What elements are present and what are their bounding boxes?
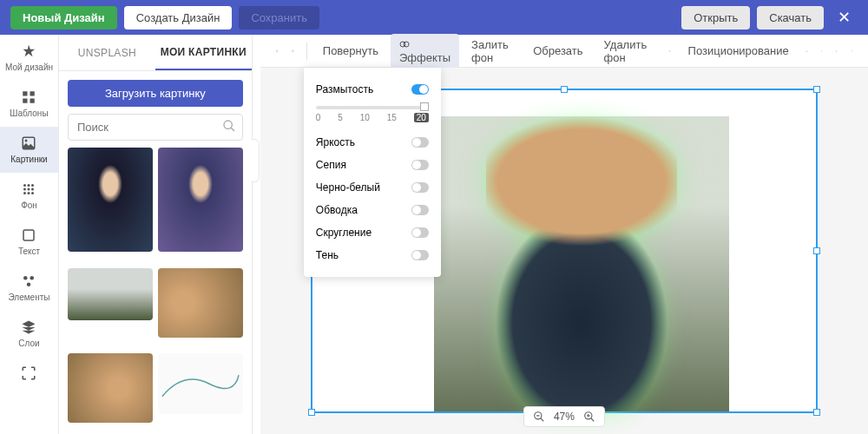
svg-point-16 <box>23 276 28 280</box>
effects-icon <box>399 39 410 49</box>
resize-handle[interactable] <box>813 409 820 416</box>
download-button[interactable]: Скачать <box>757 6 824 30</box>
thumbnail[interactable] <box>68 268 153 320</box>
svg-rect-23 <box>837 50 838 51</box>
blur-toggle[interactable] <box>411 84 429 95</box>
templates-icon <box>21 89 36 105</box>
sepia-toggle[interactable] <box>411 160 429 170</box>
svg-point-6 <box>23 184 26 187</box>
fill-bg-button[interactable]: Залить фон <box>463 34 521 69</box>
thumbnail[interactable] <box>158 353 243 414</box>
slider-ticks: 0 5 10 15 20 <box>316 113 429 122</box>
nav-elements[interactable]: Элементы <box>0 265 58 311</box>
close-icon[interactable]: ✕ <box>831 8 858 27</box>
svg-point-8 <box>31 184 34 187</box>
top-bar: Новый Дизайн Создать Дизайн Сохранить От… <box>0 0 868 35</box>
svg-point-11 <box>31 188 34 191</box>
unlock-icon[interactable] <box>816 45 827 57</box>
crop-button[interactable]: Обрезать <box>524 40 591 62</box>
save-button: Сохранить <box>239 6 319 30</box>
tab-unsplash[interactable]: UNSPLASH <box>59 35 155 70</box>
svg-point-10 <box>28 188 30 191</box>
resize-handle[interactable] <box>308 409 315 416</box>
slider-thumb[interactable] <box>420 102 429 111</box>
bw-toggle[interactable] <box>411 182 429 193</box>
svg-point-7 <box>28 184 30 187</box>
open-button[interactable]: Открыть <box>681 6 750 30</box>
star-icon <box>21 43 36 59</box>
resize-handle[interactable] <box>813 86 820 93</box>
layers-icon <box>21 319 36 335</box>
create-design-button[interactable]: Создать Дизайн <box>124 6 233 30</box>
upload-image-button[interactable]: Загрузить картинку <box>68 80 243 107</box>
grid-icon <box>21 181 36 197</box>
canvas-viewport[interactable]: Размытость 0 5 10 15 20 Яркость Сепия Че… <box>260 68 868 434</box>
tab-my-images[interactable]: МОИ КАРТИНКИ <box>155 35 252 70</box>
image-thumbnails <box>59 148 252 434</box>
svg-rect-1 <box>30 91 35 95</box>
resize-handle[interactable] <box>813 247 820 254</box>
zoom-out-icon[interactable] <box>533 411 545 423</box>
undo-icon[interactable] <box>271 44 284 58</box>
effects-button[interactable]: Эффекты <box>391 34 459 69</box>
redo-icon[interactable] <box>286 44 299 58</box>
nav-images[interactable]: Картинки <box>0 127 58 173</box>
zoom-in-icon[interactable] <box>583 411 595 423</box>
effect-label: Скругление <box>316 227 372 239</box>
stroke-toggle[interactable] <box>411 205 429 215</box>
svg-rect-3 <box>30 99 35 103</box>
effects-panel: Размытость 0 5 10 15 20 Яркость Сепия Че… <box>304 68 441 277</box>
thumbnail[interactable] <box>68 148 153 252</box>
remove-bg-button[interactable]: Удалить фон <box>595 34 658 69</box>
thumbnail[interactable] <box>68 353 153 423</box>
svg-point-14 <box>31 192 34 194</box>
blur-slider[interactable] <box>316 106 429 109</box>
new-design-button[interactable]: Новый Дизайн <box>10 6 117 30</box>
svg-point-18 <box>27 283 31 287</box>
effect-label: Обводка <box>316 204 358 216</box>
shadow-toggle[interactable] <box>411 250 429 260</box>
thumbnail[interactable] <box>158 148 243 252</box>
stack-icon <box>664 45 675 57</box>
svg-rect-22 <box>821 50 822 51</box>
effect-label: Яркость <box>316 136 355 148</box>
droplet-icon[interactable] <box>801 45 812 57</box>
svg-rect-24 <box>837 50 838 51</box>
nav-background[interactable]: Фон <box>0 173 58 219</box>
nav-my-design[interactable]: Мой дизайн <box>0 35 58 81</box>
effect-label: Сепия <box>316 159 346 171</box>
rounding-toggle[interactable] <box>411 227 429 238</box>
svg-rect-15 <box>23 230 34 240</box>
search-input[interactable] <box>68 114 243 141</box>
text-icon <box>21 227 36 243</box>
left-nav: Мой дизайн Шаблоны Картинки Фон Текст Эл… <box>0 35 59 434</box>
brightness-toggle[interactable] <box>411 137 429 148</box>
effect-label: Черно-белый <box>316 181 380 194</box>
image-icon <box>21 135 36 151</box>
svg-point-12 <box>23 192 26 194</box>
rotate-button[interactable]: Повернуть <box>314 40 387 62</box>
effect-label: Размытость <box>316 83 373 95</box>
canvas-area: Повернуть Эффекты Залить фон Обрезать Уд… <box>260 35 868 434</box>
nav-templates[interactable]: Шаблоны <box>0 81 58 127</box>
svg-point-9 <box>23 188 26 191</box>
nav-layers[interactable]: Слои <box>0 311 58 357</box>
portrait-layer <box>486 116 677 411</box>
trash-icon[interactable] <box>846 45 858 57</box>
svg-point-21 <box>404 42 409 47</box>
panel-collapse-handle[interactable] <box>252 139 260 182</box>
svg-point-13 <box>28 192 30 194</box>
effect-label: Тень <box>316 249 339 261</box>
zoom-value: 47% <box>554 411 575 423</box>
nav-text[interactable]: Текст <box>0 219 58 265</box>
resize-handle[interactable] <box>561 86 568 93</box>
positioning-button[interactable]: Позиционирование <box>680 40 798 62</box>
svg-rect-2 <box>23 99 28 103</box>
svg-point-19 <box>224 121 232 128</box>
expand-icon <box>21 365 36 381</box>
image-tabs: UNSPLASH МОИ КАРТИНКИ <box>59 35 252 71</box>
thumbnail[interactable] <box>158 268 243 338</box>
nav-fullscreen[interactable] <box>0 357 58 390</box>
composite-image[interactable] <box>434 116 729 411</box>
copy-icon[interactable] <box>831 45 842 57</box>
